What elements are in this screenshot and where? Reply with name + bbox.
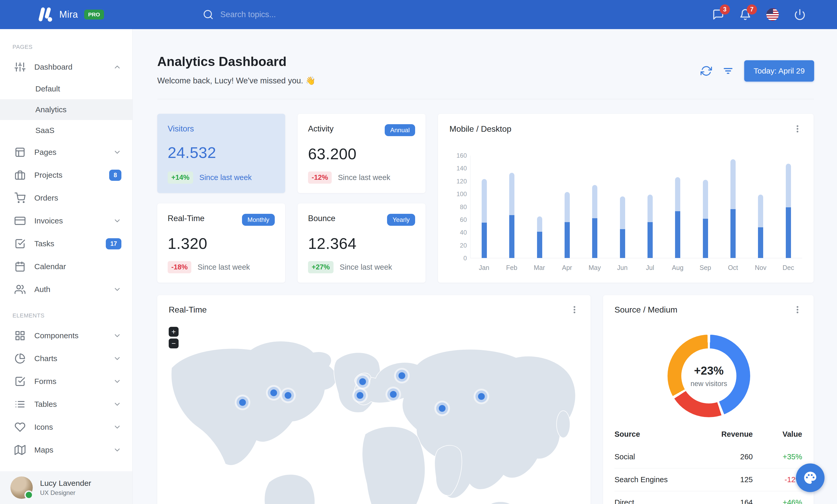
period-chip[interactable]: Yearly	[387, 214, 415, 226]
layout-icon	[15, 147, 25, 158]
sidebar-item-default[interactable]: Default	[0, 78, 132, 99]
map-marker-9[interactable]	[478, 393, 485, 400]
cell-source: Direct	[615, 498, 693, 504]
map-marker-3[interactable]	[285, 392, 291, 399]
map-marker-6[interactable]	[390, 391, 397, 398]
y-tick-label: 80	[451, 203, 467, 211]
cell-revenue: 125	[693, 475, 753, 484]
sidebar-item-auth[interactable]: Auth	[0, 278, 132, 301]
map-zoom-in-button[interactable]: +	[169, 327, 179, 337]
cell-value: +46%	[753, 498, 802, 504]
sidebar-item-calendar[interactable]: Calendar	[0, 255, 132, 278]
notifications-count-badge: 7	[747, 4, 757, 15]
date-range-button[interactable]: Today: April 29	[744, 60, 814, 81]
sidebar-item-pages[interactable]: Pages	[0, 141, 132, 164]
more-options-button[interactable]	[570, 305, 579, 314]
period-chip[interactable]: Monthly	[242, 214, 275, 226]
more-options-button[interactable]	[793, 305, 802, 314]
sidebar-item-components[interactable]: Components	[0, 324, 132, 347]
projects-badge: 8	[109, 170, 121, 181]
chevron-up-icon	[113, 63, 121, 71]
x-tick-label: Apr	[559, 264, 575, 272]
sidebar-item-icons[interactable]: Icons	[0, 416, 132, 438]
credit-card-icon	[15, 216, 25, 226]
sidebar-item-analytics[interactable]: Analytics	[0, 99, 132, 120]
stat-delta-badge: -18%	[168, 261, 191, 273]
map-zoom-out-button[interactable]: −	[169, 338, 179, 348]
sidebar-item-tasks[interactable]: Tasks 17	[0, 232, 132, 255]
sidebar-item-orders[interactable]: Orders	[0, 187, 132, 209]
table-row[interactable]: Search Engines125-12%	[615, 468, 802, 491]
chevron-down-icon	[113, 354, 121, 363]
grid-icon	[15, 330, 25, 341]
sidebar-item-label: Icons	[34, 423, 53, 431]
stat-value: 63.200	[308, 145, 415, 163]
messages-button[interactable]: 3	[712, 8, 724, 20]
column-header: Revenue	[693, 430, 753, 438]
stat-value: 1.320	[168, 235, 275, 253]
page-title: Analytics Dashboard	[157, 54, 316, 69]
filter-button[interactable]	[723, 65, 734, 77]
chevron-down-icon	[113, 217, 121, 225]
mira-logo-icon	[36, 6, 53, 23]
x-tick-label: Sep	[697, 264, 713, 272]
period-chip[interactable]: Annual	[385, 124, 415, 136]
more-options-button[interactable]	[793, 124, 802, 133]
sidebar-item-dashboard[interactable]: Dashboard	[0, 56, 132, 78]
language-flag-button[interactable]	[766, 8, 779, 21]
donut-center-label: new visitors	[690, 380, 727, 388]
refresh-button[interactable]	[700, 65, 712, 77]
world-map[interactable]	[157, 325, 591, 504]
palette-icon	[803, 470, 818, 485]
sidebar-item-label: Invoices	[34, 217, 63, 225]
sidebar-item-label: Forms	[34, 377, 56, 386]
chevron-down-icon	[113, 285, 121, 294]
table-row[interactable]: Social260+35%	[615, 446, 802, 468]
search-bar[interactable]	[203, 9, 351, 20]
map-marker-5[interactable]	[357, 392, 363, 399]
map-marker-1[interactable]	[239, 399, 246, 406]
y-tick-label: 100	[451, 190, 467, 198]
map-icon	[15, 445, 25, 455]
sidebar-item-label: Components	[34, 331, 78, 340]
sidebar-item-projects[interactable]: Projects 8	[0, 164, 132, 187]
stat-card-activity: Activity Annual 63.200 -12% Since last w…	[298, 114, 426, 193]
source-table: Source Revenue Value Social260+35%Search…	[615, 423, 802, 504]
sidebar-item-maps[interactable]: Maps	[0, 438, 132, 461]
stat-caption: Since last week	[198, 263, 250, 272]
sidebar-item-invoices[interactable]: Invoices	[0, 209, 132, 232]
sidebar-item-charts[interactable]: Charts	[0, 347, 132, 370]
user-panel[interactable]: Lucy Lavender UX Designer	[0, 471, 132, 504]
sign-out-button[interactable]	[794, 8, 806, 20]
y-tick-label: 60	[451, 216, 467, 223]
brand-name: Mira	[59, 9, 78, 20]
notifications-button[interactable]: 7	[739, 8, 751, 20]
cell-source: Social	[615, 452, 693, 461]
chevron-down-icon	[113, 400, 121, 408]
map-marker-8[interactable]	[439, 405, 446, 412]
sidebar-item-forms[interactable]: Forms	[0, 370, 132, 393]
search-input[interactable]	[220, 10, 351, 19]
stat-caption: Since last week	[338, 173, 390, 182]
sliders-icon	[15, 61, 25, 73]
source-medium-card: Source / Medium +23% new visitors Source…	[603, 295, 814, 504]
theme-settings-fab[interactable]	[796, 464, 824, 492]
bar-apr	[565, 192, 570, 258]
sidebar-item-tables[interactable]: Tables	[0, 393, 132, 416]
tasks-badge: 17	[106, 238, 121, 249]
map-marker-2[interactable]	[270, 389, 277, 396]
stat-caption: Since last week	[340, 263, 392, 272]
sidebar-item-saas[interactable]: SaaS	[0, 120, 132, 141]
brand[interactable]: Mira PRO	[36, 6, 104, 23]
pie-chart-icon	[15, 353, 25, 364]
chevron-down-icon	[113, 423, 121, 431]
cell-value: -12%	[753, 475, 802, 484]
x-tick-label: Dec	[781, 264, 796, 272]
sidebar-item-label: Calendar	[34, 262, 66, 271]
table-row[interactable]: Direct164+46%	[615, 491, 802, 504]
map-marker-7[interactable]	[398, 372, 405, 379]
y-tick-label: 120	[451, 178, 467, 185]
map-marker-4[interactable]	[359, 378, 366, 385]
sidebar-item-label: Tasks	[34, 239, 54, 248]
sidebar-item-label: Default	[35, 85, 60, 93]
